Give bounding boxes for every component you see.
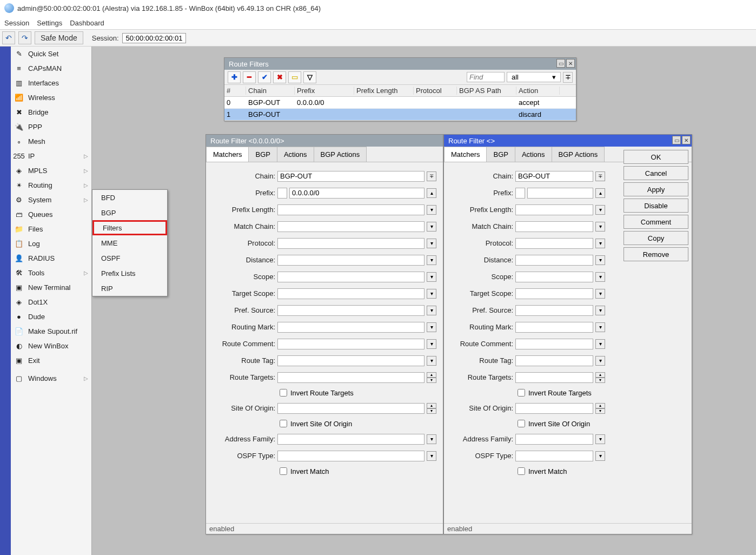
field-input[interactable] [515,204,593,215]
sidebar-item-radius[interactable]: 👤RADIUS [11,251,91,266]
col-header[interactable]: Prefix Length [354,87,414,95]
invert-site-origin-checkbox[interactable] [518,420,525,427]
sidebar-item-dot1x[interactable]: ◈Dot1X [11,295,91,309]
invert-route-targets-checkbox[interactable] [518,389,525,397]
tab-matchers[interactable]: Matchers [206,147,249,162]
prefix-input[interactable] [289,188,425,199]
invert-site-origin-checkbox[interactable] [280,420,287,427]
sidebar-item-ppp[interactable]: 🔌PPP [11,120,91,134]
submenu-item-ospf[interactable]: OSPF [92,250,167,266]
menu-settings[interactable]: Settings [37,19,62,27]
field-input[interactable] [515,339,593,349]
window-close-icon[interactable]: ✕ [566,59,575,68]
sidebar-item-bridge[interactable]: ✖Bridge [11,105,91,120]
add-button[interactable]: ✚ [228,71,241,83]
col-header[interactable]: Chain [246,87,295,95]
tab-bgp-actions[interactable]: BGP Actions [552,147,605,162]
field-arrow[interactable]: ▴▾ [427,372,439,383]
field-input[interactable] [515,288,593,299]
field-arrow[interactable]: ▾ [427,451,436,461]
window-min-icon[interactable]: ▭ [556,59,565,68]
sidebar-item-log[interactable]: 📋Log [11,236,91,251]
field-arrow[interactable]: ▴▾ [595,372,607,383]
field-input[interactable] [515,434,593,445]
field-arrow[interactable]: ▾ [595,289,605,299]
field-input[interactable] [515,171,593,182]
menu-session[interactable]: Session [4,19,29,27]
sidebar-item-windows[interactable]: ▢Windows▷ [11,371,91,386]
field-input[interactable] [277,272,425,282]
comment-button[interactable]: Comment [624,215,688,229]
field-arrow[interactable]: ▾ [427,289,436,299]
col-header[interactable]: # [224,87,246,95]
sidebar-item-system[interactable]: ⚙System▷ [11,193,91,207]
table-row[interactable]: 0BGP-OUT0.0.0.0/0accept [224,97,576,109]
route-filters-title[interactable]: Route Filters ▭ ✕ [224,58,576,70]
field-arrow[interactable]: ▾ [595,222,605,232]
sidebar-item-exit[interactable]: ▣Exit [11,353,91,368]
field-arrow[interactable]: ▾ [427,306,436,315]
field-input[interactable] [277,434,425,445]
field-input[interactable] [277,403,425,414]
disable-button[interactable]: ✖ [273,71,286,83]
submenu-item-rip[interactable]: RIP [92,281,167,296]
field-arrow[interactable]: ▴▾ [595,403,607,414]
field-input[interactable] [277,372,425,383]
submenu-item-bgp[interactable]: BGP [92,205,167,220]
field-arrow[interactable]: ▾ [427,205,436,215]
window-close-icon[interactable]: ✕ [682,136,691,144]
menu-dashboard[interactable]: Dashboard [70,19,104,27]
field-arrow[interactable]: ▾ [595,255,605,265]
remove-button[interactable]: Remove [624,247,688,261]
field-input[interactable] [277,339,425,349]
filter-icon[interactable]: ▽ [303,71,316,83]
field-input[interactable] [515,272,593,282]
submenu-item-mme[interactable]: MME [92,235,167,250]
submenu-item-prefix-lists[interactable]: Prefix Lists [92,266,167,281]
sidebar-item-mpls[interactable]: ◈MPLS▷ [11,163,91,178]
col-header[interactable]: Action [516,87,560,95]
apply-button[interactable]: Apply [624,182,688,196]
invert-match-checkbox[interactable] [518,467,525,475]
invert-route-targets-checkbox[interactable] [280,389,287,397]
field-arrow[interactable]: ▾ [595,339,605,349]
sidebar-item-capsman[interactable]: ≡CAPsMAN [11,61,91,76]
sidebar-item-quick-set[interactable]: ✎Quick Set [11,47,91,61]
field-arrow[interactable]: ▾ [427,356,436,366]
sidebar-item-dude[interactable]: ●Dude [11,309,91,324]
submenu-item-filters[interactable]: Filters [92,220,167,235]
sidebar-item-ip[interactable]: 255IP▷ [11,149,91,163]
cancel-button[interactable]: Cancel [624,166,688,180]
field-input[interactable] [515,451,593,461]
field-input[interactable] [277,355,425,366]
window-min-icon[interactable]: ▭ [672,136,681,144]
ok-button[interactable]: OK [624,150,688,164]
field-arrow[interactable]: ▾ [427,239,436,248]
prefix-input[interactable] [527,188,593,199]
field-input[interactable] [277,255,425,266]
field-arrow[interactable]: ▴ [595,188,605,198]
sidebar-item-interfaces[interactable]: ▥Interfaces [11,76,91,90]
prefix-toggle[interactable] [277,188,287,199]
col-header[interactable]: Prefix [295,87,354,95]
safe-mode-button[interactable]: Safe Mode [35,31,83,44]
comment-button[interactable]: ▭ [288,71,301,83]
sidebar-item-routing[interactable]: ✴Routing▷ [11,178,91,193]
sidebar-item-queues[interactable]: 🗃Queues [11,207,91,222]
edit2-title[interactable]: Route Filter <> ▭ ✕ [444,135,692,147]
copy-button[interactable]: Copy [624,231,688,245]
field-input[interactable] [515,322,593,333]
submenu-item-bfd[interactable]: BFD [92,190,167,205]
field-arrow[interactable]: ▾ [427,339,436,349]
field-arrow[interactable]: ▾ [595,434,605,444]
col-header[interactable]: Protocol [414,87,457,95]
sidebar-item-mesh[interactable]: ∘Mesh [11,134,91,149]
field-input[interactable] [277,288,425,299]
tab-bgp-actions[interactable]: BGP Actions [314,147,367,162]
disable-button[interactable]: Disable [624,199,688,213]
field-input[interactable] [515,372,593,383]
field-input[interactable] [277,221,425,232]
sidebar-item-new-terminal[interactable]: ▣New Terminal [11,280,91,295]
field-input[interactable] [277,238,425,249]
tab-matchers[interactable]: Matchers [444,147,487,162]
